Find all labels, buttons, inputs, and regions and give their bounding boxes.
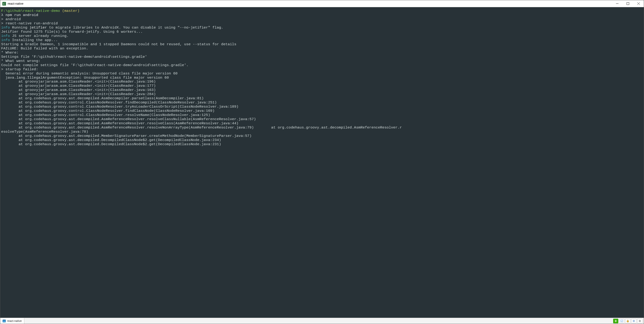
log-text: Installing the app...: [10, 38, 58, 42]
stack-line: at org.codehaus.groovy.control.ClassNode…: [1, 101, 643, 105]
log-line: Starting a Gradle Daemon, 1 incompatible…: [1, 43, 643, 47]
log-line: Jetifier found 1275 file(s) to forward-j…: [1, 30, 643, 34]
info-label: info: [1, 34, 10, 38]
stack-line: at org.codehaus.groovy.ast.decompiled.De…: [1, 138, 643, 142]
maximize-button[interactable]: [622, 0, 633, 7]
status-icons: [613, 318, 644, 324]
log-text: Running: [10, 26, 30, 30]
lock-button[interactable]: [625, 319, 630, 323]
wrong-body: Could not compile settings file 'F:\gith…: [1, 63, 643, 68]
svg-rect-6: [627, 321, 629, 322]
failure-line: FAILURE: Build failed with an exception.: [1, 47, 643, 51]
script-echo-2: > react-native run-android: [1, 22, 643, 26]
prompt-branch: (master): [62, 9, 80, 13]
where-header: * Where:: [1, 51, 643, 55]
where-body: Settings file 'F:\github\react-native-de…: [1, 55, 643, 59]
stack-line: at org.codehaus.groovy.ast.decompiled.As…: [1, 126, 643, 130]
close-button[interactable]: [633, 0, 644, 7]
svg-rect-2: [627, 3, 629, 5]
dropdown-button[interactable]: [619, 319, 624, 323]
window-title: react-native: [8, 2, 24, 5]
stack-line: at org.codehaus.groovy.control.ClassNode…: [1, 113, 643, 117]
menu-button[interactable]: [637, 319, 642, 323]
exception-line: java.lang.IllegalArgumentException: Unsu…: [1, 76, 643, 80]
stack-line: at org.codehaus.groovy.control.ClassNode…: [1, 109, 643, 113]
titlebar[interactable]: C react-native: [0, 0, 644, 7]
stack-line: at org.codehaus.groovy.ast.decompiled.De…: [1, 142, 643, 146]
tab-label: react-native: [7, 319, 22, 322]
log-text: JS server already running.: [10, 34, 69, 38]
info-label: info: [1, 38, 10, 42]
startup-line: > startup failed:: [1, 68, 643, 72]
script-echo-1: > android: [1, 17, 643, 22]
stack-line: at org.codehaus.groovy.ast.decompiled.Me…: [1, 134, 643, 138]
stack-line: at groovyjarjarasm.asm.ClassReader.<init…: [1, 88, 643, 92]
stack-line: at groovyjarjarasm.asm.ClassReader.<init…: [1, 92, 643, 96]
tab-react-native[interactable]: react-native: [0, 318, 24, 324]
stack-line: at groovyjarjarasm.asm.ClassReader.<init…: [1, 84, 643, 88]
stack-line: at org.codehaus.groovy.ast.decompiled.As…: [1, 117, 643, 121]
log-jetifier: jetifier: [30, 26, 47, 30]
add-tab-button[interactable]: [613, 319, 618, 323]
stack-line: at org.codehaus.groovy.ast.decompiled.As…: [1, 96, 643, 101]
svg-text:C: C: [3, 2, 5, 5]
svg-rect-5: [620, 320, 623, 322]
statusbar: react-native: [0, 318, 644, 324]
prompt-path: F:\github\react-native-demo: [1, 9, 60, 13]
wrong-header: * What went wrong:: [1, 59, 643, 63]
svg-rect-4: [3, 320, 6, 320]
stack-line: at org.codehaus.groovy.ast.decompiled.As…: [1, 121, 643, 126]
prompt-lambda: λ: [1, 13, 3, 17]
stack-line: at org.codehaus.groovy.control.ClassNode…: [1, 105, 643, 109]
general-error: General error during semantic analysis: …: [1, 72, 643, 76]
stack-line: esolveType(AsmReferenceResolver.java:70): [1, 130, 643, 134]
list-button[interactable]: [631, 319, 636, 323]
prompt-command: npm run android: [6, 13, 38, 17]
stack-line: at groovyjarjarasm.asm.ClassReader.<init…: [1, 80, 643, 84]
prompt-branch-space: [60, 9, 62, 13]
info-label: info: [1, 26, 10, 30]
statusbar-spacer: [24, 318, 613, 324]
log-text: to migrate libraries to AndroidX. You ca…: [47, 26, 223, 30]
terminal-output[interactable]: F:\github\react-native-demo (master)λ np…: [0, 7, 644, 318]
app-icon: C: [2, 2, 6, 6]
minimize-button[interactable]: [612, 0, 622, 7]
terminal-tab-icon: [2, 319, 6, 322]
app-window: C react-native F:\github\react-native-de…: [0, 0, 644, 324]
